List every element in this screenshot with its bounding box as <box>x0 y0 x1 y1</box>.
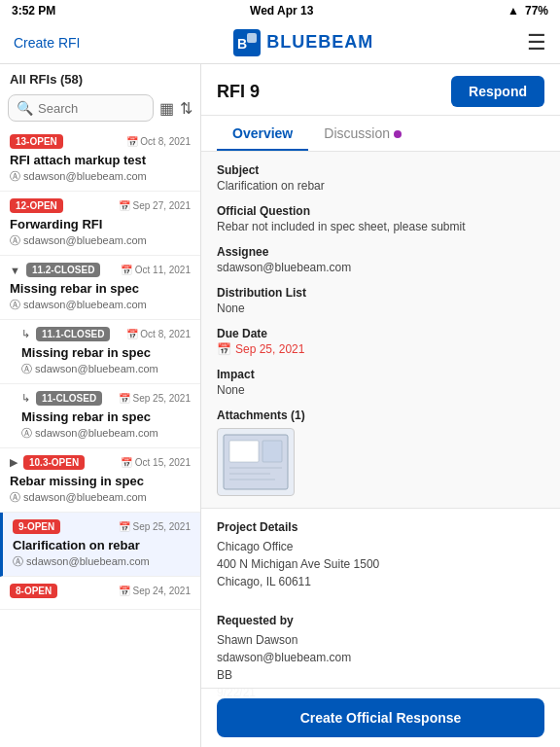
list-item[interactable]: ↳ 11.1-CLOSED 📅 Oct 8, 2021 Missing reba… <box>0 320 200 384</box>
rfi-date: 📅 Sep 27, 2021 <box>119 200 191 211</box>
list-item[interactable]: ↳ 11-CLOSED 📅 Sep 25, 2021 Missing rebar… <box>0 384 200 448</box>
impact-section: Impact None <box>217 368 544 397</box>
logo: B BLUEBEAM <box>233 29 373 56</box>
subject-label: Subject <box>217 163 544 177</box>
wifi-icon: ▲ <box>508 4 519 18</box>
rfi-badge: 11.2-CLOSED <box>26 263 100 277</box>
assignee-label: Assignee <box>217 245 544 259</box>
filter-icon[interactable]: ▦ <box>159 99 174 118</box>
due-date-value: 📅 Sep 25, 2021 <box>217 342 544 356</box>
requested-by-label: Requested by <box>217 614 544 627</box>
rfi-badge: 11.1-CLOSED <box>36 327 110 341</box>
rfi-badge: 13-OPEN <box>10 134 63 149</box>
assignee-section: Assignee sdawson@bluebeam.com <box>217 245 544 274</box>
app-name: BLUEBEAM <box>266 32 373 53</box>
official-question-label: Official Question <box>217 204 544 218</box>
list-item[interactable]: 9-OPEN 📅 Sep 25, 2021 Clarification on r… <box>0 513 200 577</box>
rfi-meta: ↳ 11.1-CLOSED 📅 Oct 8, 2021 <box>21 327 191 341</box>
due-date-section: Due Date 📅 Sep 25, 2021 <box>217 327 544 356</box>
rfi-badge: 12-OPEN <box>10 198 63 213</box>
rfi-date: 📅 Oct 15, 2021 <box>121 457 191 468</box>
due-date-label: Due Date <box>217 327 544 340</box>
respond-button[interactable]: Respond <box>451 76 544 107</box>
main-layout: All RFIs (58) 🔍 ▦ ⇅ 13-OPEN 📅 Oct 8, 202… <box>0 64 560 747</box>
bottom-bar: Create Official Response <box>201 688 560 747</box>
sort-icon[interactable]: ⇅ <box>180 99 192 118</box>
rfi-date: 📅 Oct 8, 2021 <box>126 136 191 147</box>
tab-overview[interactable]: Overview <box>217 116 308 151</box>
search-row: 🔍 ▦ ⇅ <box>0 90 200 127</box>
search-box[interactable]: 🔍 <box>8 94 154 122</box>
project-details-text: Chicago Office 400 N Michigan Ave Suite … <box>217 538 544 590</box>
rfi-meta: ▼ 11.2-CLOSED 📅 Oct 11, 2021 <box>10 263 191 277</box>
tab-discussion[interactable]: Discussion <box>308 116 417 151</box>
status-time: 3:52 PM <box>12 4 55 18</box>
rfi-meta: 8-OPEN 📅 Sep 24, 2021 <box>10 584 191 598</box>
rfi-meta: 9-OPEN 📅 Sep 25, 2021 <box>13 519 191 534</box>
list-item[interactable]: 8-OPEN 📅 Sep 24, 2021 <box>0 577 200 610</box>
rfi-title: RFI attach markup test <box>10 153 191 167</box>
app-header: Create RFI B BLUEBEAM ☰ <box>0 21 560 64</box>
detail-tabs: Overview Discussion <box>201 116 560 152</box>
all-rfis-header: All RFIs (58) <box>0 64 200 90</box>
rfi-title: Rebar missing in spec <box>10 474 191 488</box>
rfi-number: RFI 9 <box>217 82 260 102</box>
distribution-value: None <box>217 302 544 315</box>
distribution-section: Distribution List None <box>217 286 544 315</box>
status-icons: ▲ 77% <box>508 4 548 18</box>
attachment-thumbnail[interactable] <box>217 428 295 496</box>
rfi-title: Missing rebar in spec <box>21 345 191 360</box>
rfi-badge: 10.3-OPEN <box>23 455 85 470</box>
rfi-user: Ⓐ sdawson@bluebeam.com <box>21 362 191 376</box>
create-official-response-button[interactable]: Create Official Response <box>217 698 544 737</box>
subject-section: Subject Clarification on rebar <box>217 163 544 193</box>
official-question-section: Official Question Rebar not included in … <box>217 204 544 233</box>
svg-rect-4 <box>229 441 259 462</box>
expand-icon: ▼ <box>10 265 20 276</box>
rfi-user: Ⓐ sdawson@bluebeam.com <box>10 490 191 505</box>
rfi-badge: 9-OPEN <box>13 519 60 534</box>
rfi-title: Clarification on rebar <box>13 538 191 552</box>
rfi-title: Missing rebar in spec <box>10 281 191 296</box>
rfi-title: Missing rebar in spec <box>21 409 191 424</box>
create-rfi-link[interactable]: Create RFI <box>14 35 80 51</box>
rfi-date: 📅 Oct 8, 2021 <box>126 329 191 339</box>
status-day: Wed Apr 13 <box>250 4 313 18</box>
battery-icon: 77% <box>525 4 548 18</box>
left-panel: All RFIs (58) 🔍 ▦ ⇅ 13-OPEN 📅 Oct 8, 202… <box>0 64 201 747</box>
attachments-section: Attachments (1) <box>217 409 544 496</box>
rfi-user: Ⓐ sdawson@bluebeam.com <box>10 298 191 312</box>
rfi-title: Forwarding RFI <box>10 217 191 231</box>
rfi-user: Ⓐ sdawson@bluebeam.com <box>13 554 191 569</box>
rfi-meta: ↳ 11-CLOSED 📅 Sep 25, 2021 <box>21 391 191 406</box>
rfi-meta: 12-OPEN 📅 Sep 27, 2021 <box>10 198 191 213</box>
rfi-user: Ⓐ sdawson@bluebeam.com <box>10 233 191 248</box>
rfi-date: 📅 Sep 25, 2021 <box>119 521 191 532</box>
child-icon: ↳ <box>21 328 30 340</box>
search-input[interactable] <box>38 101 145 116</box>
menu-icon[interactable]: ☰ <box>527 30 546 55</box>
list-item[interactable]: ▶ 10.3-OPEN 📅 Oct 15, 2021 Rebar missing… <box>0 448 200 513</box>
calendar-icon: 📅 <box>217 342 231 356</box>
svg-text:B: B <box>237 36 247 52</box>
attachments-label: Attachments (1) <box>217 409 544 422</box>
official-question-value: Rebar not included in spec sheet, please… <box>217 220 544 233</box>
svg-rect-2 <box>247 33 257 43</box>
rfi-list: 13-OPEN 📅 Oct 8, 2021 RFI attach markup … <box>0 127 200 747</box>
rfi-date: 📅 Sep 24, 2021 <box>119 586 191 596</box>
list-item[interactable]: 12-OPEN 📅 Sep 27, 2021 Forwarding RFI Ⓐ … <box>0 192 200 256</box>
rfi-user: Ⓐ sdawson@bluebeam.com <box>10 169 191 184</box>
detail-content: Subject Clarification on rebar Official … <box>201 152 560 747</box>
list-item[interactable]: 13-OPEN 📅 Oct 8, 2021 RFI attach markup … <box>0 127 200 192</box>
right-panel: RFI 9 Respond Overview Discussion Subjec… <box>201 64 560 747</box>
rfi-detail-header: RFI 9 Respond <box>201 64 560 116</box>
assignee-value: sdawson@bluebeam.com <box>217 261 544 274</box>
search-icon: 🔍 <box>17 100 33 116</box>
bluebeam-logo-icon: B <box>233 29 261 56</box>
rfi-badge: 8-OPEN <box>10 584 57 598</box>
project-details: Project Details Chicago Office 400 N Mic… <box>201 508 560 602</box>
status-bar: 3:52 PM Wed Apr 13 ▲ 77% <box>0 0 560 21</box>
rfi-badge: 11-CLOSED <box>36 391 102 406</box>
distribution-label: Distribution List <box>217 286 544 300</box>
list-item[interactable]: ▼ 11.2-CLOSED 📅 Oct 11, 2021 Missing reb… <box>0 256 200 320</box>
